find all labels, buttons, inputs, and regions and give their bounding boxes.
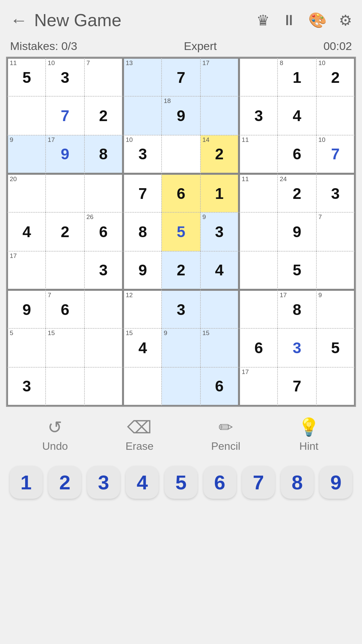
cell-value: 3 [331,184,340,203]
cell-0-2[interactable]: 7 [84,58,123,96]
cell-3-8[interactable]: 3 [316,174,355,212]
cell-7-1[interactable]: 15 [46,328,84,367]
cell-7-2[interactable] [84,328,123,367]
cell-7-5[interactable]: 15 [200,328,239,367]
cell-0-5[interactable]: 17 [200,58,239,96]
numpad-button-3[interactable]: 3 [87,466,120,499]
cell-7-6[interactable]: 6 [239,328,278,367]
numpad-button-1[interactable]: 1 [10,466,43,499]
cell-1-1[interactable]: 7 [46,96,84,135]
cell-3-0[interactable]: 20 [7,174,46,212]
cell-2-6[interactable]: 11 [239,135,278,174]
cell-6-6[interactable] [239,290,278,328]
cell-8-5[interactable]: 6 [200,367,239,406]
cell-4-6[interactable] [239,212,278,251]
cell-4-8[interactable]: 7 [316,212,355,251]
settings-icon[interactable]: ⚙ [339,12,352,29]
cell-2-7[interactable]: 6 [278,135,316,174]
cell-6-0[interactable]: 9 [7,290,46,328]
cell-8-7[interactable]: 7 [278,367,316,406]
cell-8-8[interactable] [316,367,355,406]
cell-5-7[interactable]: 5 [278,251,316,290]
cell-0-4[interactable]: 7 [162,58,200,96]
cell-8-6[interactable]: 17 [239,367,278,406]
cell-0-6[interactable] [239,58,278,96]
cell-3-7[interactable]: 242 [278,174,316,212]
cell-5-4[interactable]: 2 [162,251,200,290]
crown-icon[interactable]: ♛ [256,12,269,29]
cell-8-2[interactable] [84,367,123,406]
cell-2-1[interactable]: 179 [46,135,84,174]
hint-button[interactable]: 💡 Hint [298,417,320,452]
cell-6-2[interactable] [84,290,123,328]
numpad-button-4[interactable]: 4 [126,466,159,499]
numpad-button-7[interactable]: 7 [242,466,275,499]
cell-6-3[interactable]: 12 [123,290,162,328]
cell-1-3[interactable] [123,96,162,135]
cell-5-3[interactable]: 9 [123,251,162,290]
cell-6-7[interactable]: 178 [278,290,316,328]
cell-2-5[interactable]: 142 [200,135,239,174]
cell-2-0[interactable]: 9 [7,135,46,174]
numpad-button-2[interactable]: 2 [48,466,81,499]
cell-3-3[interactable]: 7 [123,174,162,212]
cell-8-1[interactable] [46,367,84,406]
cell-8-0[interactable]: 3 [7,367,46,406]
palette-icon[interactable]: 🎨 [308,11,327,29]
numpad-button-6[interactable]: 6 [203,466,236,499]
cell-8-4[interactable] [162,367,200,406]
cell-3-5[interactable]: 1 [200,174,239,212]
cell-0-7[interactable]: 81 [278,58,316,96]
cell-3-6[interactable]: 11 [239,174,278,212]
cell-1-6[interactable]: 3 [239,96,278,135]
cell-1-0[interactable] [7,96,46,135]
cell-4-2[interactable]: 266 [84,212,123,251]
numpad-button-9[interactable]: 9 [319,466,352,499]
cell-3-2[interactable] [84,174,123,212]
cell-6-8[interactable]: 9 [316,290,355,328]
cell-5-6[interactable] [239,251,278,290]
cell-3-1[interactable] [46,174,84,212]
pencil-button[interactable]: ✏ Pencil [211,417,240,452]
cell-5-8[interactable] [316,251,355,290]
cell-1-2[interactable]: 2 [84,96,123,135]
cell-1-4[interactable]: 189 [162,96,200,135]
cell-1-7[interactable]: 4 [278,96,316,135]
cell-4-3[interactable]: 8 [123,212,162,251]
undo-button[interactable]: ↺ Undo [42,417,68,452]
cell-1-5[interactable] [200,96,239,135]
cell-5-2[interactable]: 3 [84,251,123,290]
cell-6-4[interactable]: 3 [162,290,200,328]
cell-0-3[interactable]: 13 [123,58,162,96]
cell-4-0[interactable]: 4 [7,212,46,251]
cell-1-8[interactable] [316,96,355,135]
cell-7-7[interactable]: 3 [278,328,316,367]
cell-4-1[interactable]: 2 [46,212,84,251]
cell-0-8[interactable]: 102 [316,58,355,96]
cell-2-8[interactable]: 107 [316,135,355,174]
cell-5-1[interactable] [46,251,84,290]
cell-5-0[interactable]: 17 [7,251,46,290]
cell-7-4[interactable]: 9 [162,328,200,367]
cell-6-1[interactable]: 76 [46,290,84,328]
cell-8-3[interactable] [123,367,162,406]
cell-4-7[interactable]: 9 [278,212,316,251]
cell-4-4[interactable]: 5 [162,212,200,251]
numpad-button-8[interactable]: 8 [281,466,314,499]
cell-2-2[interactable]: 8 [84,135,123,174]
erase-button[interactable]: ⌫ Erase [125,417,154,452]
cell-4-5[interactable]: 93 [200,212,239,251]
cell-0-0[interactable]: 115 [7,58,46,96]
cell-7-0[interactable]: 5 [7,328,46,367]
numpad-button-5[interactable]: 5 [165,466,197,499]
cell-6-5[interactable] [200,290,239,328]
pause-icon[interactable]: ⏸ [282,12,296,29]
cell-2-4[interactable] [162,135,200,174]
cell-7-3[interactable]: 154 [123,328,162,367]
back-button[interactable]: ← [10,11,27,29]
cell-0-1[interactable]: 103 [46,58,84,96]
cell-5-5[interactable]: 4 [200,251,239,290]
cell-2-3[interactable]: 103 [123,135,162,174]
cell-3-4[interactable]: 6 [162,174,200,212]
cell-7-8[interactable]: 5 [316,328,355,367]
